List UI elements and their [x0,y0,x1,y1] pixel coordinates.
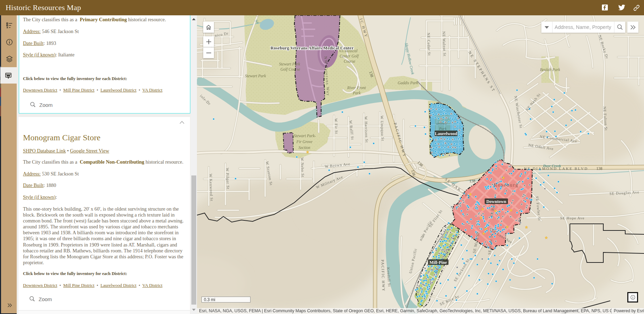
svg-text:Stewart Park: Stewart Park [279,62,300,66]
svg-text:Stewart Park-: Stewart Park- [294,134,316,138]
svg-text:W Fir St: W Fir St [334,118,339,134]
svg-text:Section: Section [299,146,310,150]
svg-text:Center Golf: Center Golf [340,54,359,58]
svg-text:138: 138 [596,166,603,171]
svg-text:NE Walnut St: NE Walnut St [442,31,447,57]
svg-text:W Pilger St: W Pilger St [225,168,230,190]
svg-text:Roseburg: Roseburg [494,182,518,188]
svg-text:River Front: River Front [347,86,366,90]
svg-text:Downtown: Downtown [486,199,507,204]
svg-text:Golf Course: Golf Course [280,67,300,72]
svg-text:138: 138 [469,179,476,183]
svg-text:Laurelwood: Laurelwood [435,131,457,136]
svg-text:Mill-Pine: Mill-Pine [430,260,447,265]
svg-text:Park: Park [352,91,361,95]
svg-text:NE Cedar St: NE Cedar St [427,33,431,56]
svg-text:Gaddis Park: Gaddis Park [398,81,418,85]
svg-text:Deer Creek: Deer Creek [543,164,561,168]
svg-text:arelwo: arelwo [436,121,447,125]
svg-text:Fir Grove: Fir Grove [296,140,312,144]
svg-text:SE Hope Ave: SE Hope Ave [560,216,585,220]
svg-text:Park: Park [439,126,447,131]
svg-text:Roseburg Veterans Affairs Medi: Roseburg Veterans Affairs Medical Center [270,46,353,50]
svg-text:W Nebo St: W Nebo St [300,157,305,178]
svg-text:Beulah Park: Beulah Park [540,68,560,72]
svg-text:Course: Course [344,59,355,63]
svg-text:Stewart Park: Stewart Park [245,74,266,78]
